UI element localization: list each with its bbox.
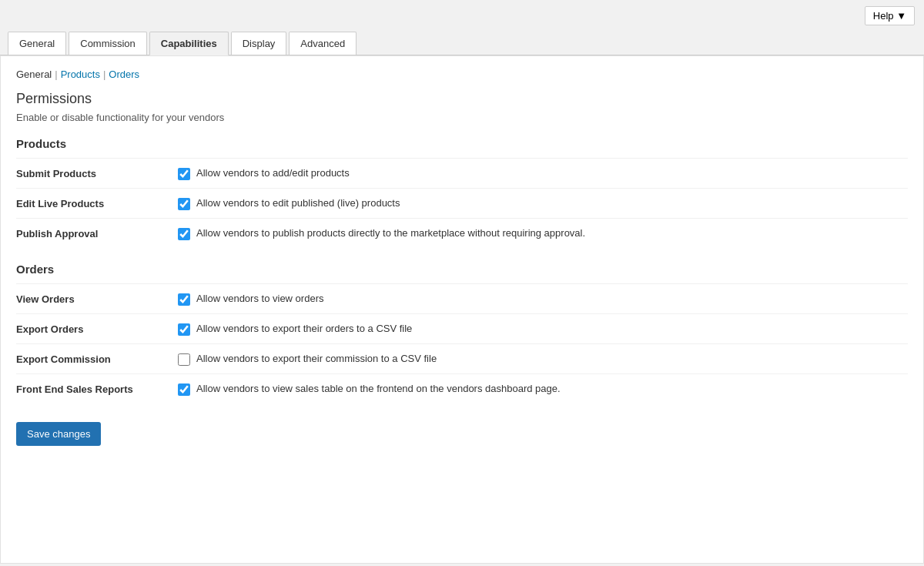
products-section-title: Products [16,137,908,150]
tab-advanced[interactable]: Advanced [289,32,357,55]
settings-row-view-orders: View Orders Allow vendors to view orders [16,283,908,313]
settings-row-export-orders: Export Orders Allow vendors to export th… [16,313,908,343]
breadcrumb-orders-link[interactable]: Orders [109,69,139,80]
checkbox-front-end-sales-reports[interactable] [178,383,190,396]
checkbox-export-orders[interactable] [178,323,190,336]
help-button[interactable]: Help ▼ [865,6,915,25]
breadcrumb-root: General [16,69,52,80]
control-export-orders: Allow vendors to export their orders to … [178,322,908,336]
control-publish-approval: Allow vendors to publish products direct… [178,226,908,240]
checkbox-export-commission[interactable] [178,353,190,366]
checkbox-submit-products[interactable] [178,168,190,180]
desc-view-orders[interactable]: Allow vendors to view orders [196,292,323,306]
settings-row-front-end-sales-reports: Front End Sales Reports Allow vendors to… [16,373,908,404]
label-export-orders: Export Orders [16,322,178,335]
label-publish-approval: Publish Approval [16,226,178,239]
control-submit-products: Allow vendors to add/edit products [178,166,908,180]
label-export-commission: Export Commission [16,352,178,365]
tab-display[interactable]: Display [231,32,287,55]
control-export-commission: Allow vendors to export their commission… [178,352,908,366]
label-submit-products: Submit Products [16,166,178,179]
desc-front-end-sales-reports[interactable]: Allow vendors to view sales table on the… [196,382,561,396]
top-bar: Help ▼ [0,0,924,32]
control-front-end-sales-reports: Allow vendors to view sales table on the… [178,382,908,396]
save-changes-button[interactable]: Save changes [16,422,101,446]
tab-commission[interactable]: Commission [69,32,147,55]
settings-row-edit-live-products: Edit Live Products Allow vendors to edit… [16,188,908,218]
permissions-title: Permissions [16,91,908,107]
desc-export-commission[interactable]: Allow vendors to export their commission… [196,352,437,366]
label-edit-live-products: Edit Live Products [16,196,178,209]
desc-submit-products[interactable]: Allow vendors to add/edit products [196,166,350,180]
tab-capabilities[interactable]: Capabilities [149,32,229,55]
breadcrumb-sep1: | [55,69,57,80]
checkbox-publish-approval[interactable] [178,228,190,240]
tab-general[interactable]: General [8,32,66,55]
settings-row-submit-products: Submit Products Allow vendors to add/edi… [16,158,908,188]
checkbox-edit-live-products[interactable] [178,198,190,210]
desc-publish-approval[interactable]: Allow vendors to publish products direct… [196,226,585,240]
label-front-end-sales-reports: Front End Sales Reports [16,382,178,395]
checkbox-view-orders[interactable] [178,293,190,306]
control-edit-live-products: Allow vendors to edit published (live) p… [178,196,908,210]
desc-edit-live-products[interactable]: Allow vendors to edit published (live) p… [196,196,400,210]
settings-row-publish-approval: Publish Approval Allow vendors to publis… [16,218,908,248]
control-view-orders: Allow vendors to view orders [178,292,908,306]
tabs-bar: General Commission Capabilities Display … [0,32,924,55]
label-view-orders: View Orders [16,292,178,305]
permissions-description: Enable or disable functionality for your… [16,112,908,123]
settings-row-export-commission: Export Commission Allow vendors to expor… [16,343,908,373]
orders-section-title: Orders [16,263,908,276]
desc-export-orders[interactable]: Allow vendors to export their orders to … [196,322,412,336]
breadcrumb-sep2: | [103,69,105,80]
content-area: General | Products | Orders Permissions … [0,55,924,564]
breadcrumb: General | Products | Orders [16,69,908,80]
page-wrapper: Help ▼ General Commission Capabilities D… [0,0,924,566]
breadcrumb-products-link[interactable]: Products [61,69,100,80]
